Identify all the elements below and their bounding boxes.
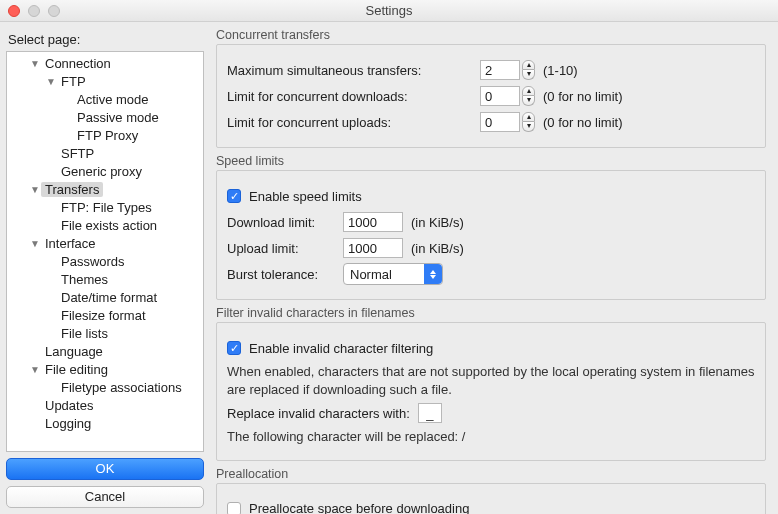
tree-item[interactable]: SFTP	[7, 144, 203, 162]
filter-help-text: When enabled, characters that are not su…	[227, 363, 755, 398]
tree-item[interactable]: Updates	[7, 396, 203, 414]
tree-item[interactable]: Active mode	[7, 90, 203, 108]
tree-item-label: Active mode	[73, 92, 153, 107]
tree-item-label: Generic proxy	[57, 164, 146, 179]
tree-item-label: File editing	[41, 362, 112, 377]
tree-item[interactable]: FTP Proxy	[7, 126, 203, 144]
tree-item-label: Passive mode	[73, 110, 163, 125]
max-transfers-hint: (1-10)	[543, 63, 578, 78]
disclosure-triangle-icon[interactable]: ▼	[29, 364, 41, 375]
tree-item[interactable]: Passive mode	[7, 108, 203, 126]
tree-item[interactable]: ▼Interface	[7, 234, 203, 252]
tree-item-label: Date/time format	[57, 290, 161, 305]
tree-item[interactable]: Themes	[7, 270, 203, 288]
burst-tolerance-value: Normal	[350, 267, 392, 282]
disclosure-triangle-icon[interactable]: ▼	[29, 58, 41, 69]
tree-item-label: Logging	[41, 416, 95, 431]
window-title: Settings	[0, 3, 778, 18]
close-icon[interactable]	[8, 5, 20, 17]
burst-tolerance-select[interactable]: Normal	[343, 263, 443, 285]
download-limit-unit: (in KiB/s)	[411, 215, 464, 230]
burst-tolerance-label: Burst tolerance:	[227, 267, 335, 282]
upload-limit-input[interactable]	[343, 238, 403, 258]
filter-footer-text: The following character will be replaced…	[227, 428, 755, 446]
replace-char-input[interactable]	[418, 403, 442, 423]
tree-item-label: FTP: File Types	[57, 200, 156, 215]
concurrent-uploads-label: Limit for concurrent uploads:	[227, 115, 472, 130]
preallocate-label: Preallocate space before downloading	[249, 501, 469, 514]
tree-item[interactable]: ▼File editing	[7, 360, 203, 378]
tree-item[interactable]: Passwords	[7, 252, 203, 270]
concurrent-downloads-input[interactable]	[480, 86, 520, 106]
minimize-icon	[28, 5, 40, 17]
upload-limit-unit: (in KiB/s)	[411, 241, 464, 256]
tree-item-label: SFTP	[57, 146, 98, 161]
concurrent-uploads-stepper[interactable]: ▴▾	[522, 112, 535, 132]
cancel-button[interactable]: Cancel	[6, 486, 204, 508]
tree-item[interactable]: File exists action	[7, 216, 203, 234]
upload-limit-label: Upload limit:	[227, 241, 335, 256]
tree-item-label: Updates	[41, 398, 97, 413]
tree-item[interactable]: ▼FTP	[7, 72, 203, 90]
disclosure-triangle-icon[interactable]: ▼	[45, 76, 57, 87]
preallocate-checkbox[interactable]	[227, 502, 241, 514]
group-concurrent-title: Concurrent transfers	[216, 28, 766, 42]
tree-item[interactable]: ▼Transfers	[7, 180, 203, 198]
tree-item-label: Themes	[57, 272, 112, 287]
settings-tree[interactable]: ▼Connection▼FTPActive modePassive modeFT…	[6, 51, 204, 452]
sidebar-heading: Select page:	[8, 32, 204, 47]
concurrent-downloads-label: Limit for concurrent downloads:	[227, 89, 472, 104]
group-filter-title: Filter invalid characters in filenames	[216, 306, 766, 320]
tree-item-label: Connection	[41, 56, 115, 71]
tree-item-label: File exists action	[57, 218, 161, 233]
replace-char-label: Replace invalid characters with:	[227, 406, 410, 421]
tree-item-label: Filesize format	[57, 308, 150, 323]
window-controls	[8, 5, 60, 17]
download-limit-label: Download limit:	[227, 215, 335, 230]
tree-item[interactable]: Generic proxy	[7, 162, 203, 180]
tree-item[interactable]: ▼Connection	[7, 54, 203, 72]
sidebar: Select page: ▼Connection▼FTPActive modeP…	[0, 22, 210, 514]
settings-panel: Concurrent transfers Maximum simultaneou…	[210, 22, 778, 514]
tree-item-label: Filetype associations	[57, 380, 186, 395]
tree-item-label: Passwords	[57, 254, 129, 269]
tree-item[interactable]: File lists	[7, 324, 203, 342]
tree-item-label: FTP Proxy	[73, 128, 142, 143]
disclosure-triangle-icon[interactable]: ▼	[29, 184, 41, 195]
tree-item-label: Interface	[41, 236, 100, 251]
max-transfers-input[interactable]	[480, 60, 520, 80]
concurrent-downloads-hint: (0 for no limit)	[543, 89, 622, 104]
concurrent-downloads-stepper[interactable]: ▴▾	[522, 86, 535, 106]
enable-filter-label: Enable invalid character filtering	[249, 341, 433, 356]
tree-item[interactable]: Language	[7, 342, 203, 360]
chevron-updown-icon	[424, 264, 442, 284]
enable-filter-checkbox[interactable]	[227, 341, 241, 355]
tree-item-label: Language	[41, 344, 107, 359]
tree-item[interactable]: Date/time format	[7, 288, 203, 306]
max-transfers-stepper[interactable]: ▴▾	[522, 60, 535, 80]
titlebar: Settings	[0, 0, 778, 22]
tree-item[interactable]: Filetype associations	[7, 378, 203, 396]
tree-item[interactable]: Logging	[7, 414, 203, 432]
ok-button[interactable]: OK	[6, 458, 204, 480]
tree-item-label: File lists	[57, 326, 112, 341]
concurrent-uploads-hint: (0 for no limit)	[543, 115, 622, 130]
group-prealloc-title: Preallocation	[216, 467, 766, 481]
enable-speed-limits-label: Enable speed limits	[249, 189, 362, 204]
tree-item-label: FTP	[57, 74, 90, 89]
tree-item[interactable]: FTP: File Types	[7, 198, 203, 216]
group-speed-title: Speed limits	[216, 154, 766, 168]
max-transfers-label: Maximum simultaneous transfers:	[227, 63, 472, 78]
enable-speed-limits-checkbox[interactable]	[227, 189, 241, 203]
tree-item[interactable]: Filesize format	[7, 306, 203, 324]
download-limit-input[interactable]	[343, 212, 403, 232]
zoom-icon	[48, 5, 60, 17]
disclosure-triangle-icon[interactable]: ▼	[29, 238, 41, 249]
tree-item-label: Transfers	[41, 182, 103, 197]
concurrent-uploads-input[interactable]	[480, 112, 520, 132]
